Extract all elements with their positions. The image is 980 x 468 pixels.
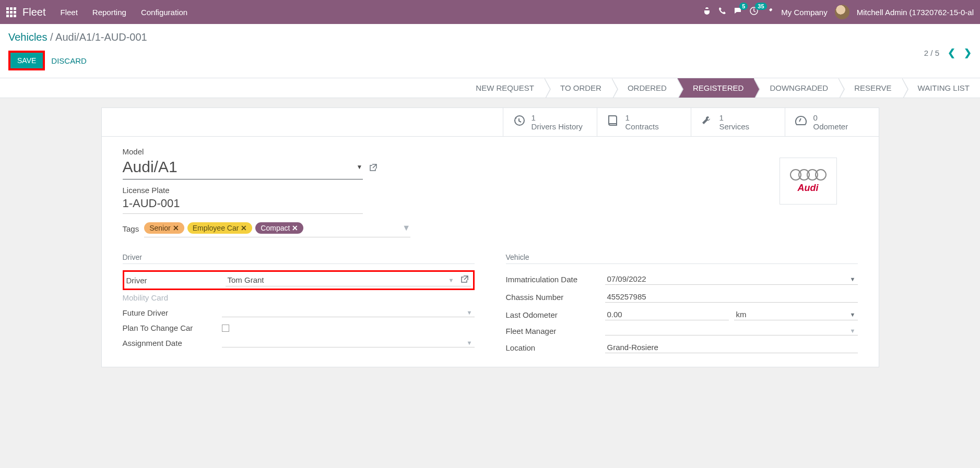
nav-configuration[interactable]: Configuration [141,8,187,17]
pager-text: 2 / 5 [924,49,939,57]
status-new-request[interactable]: NEW REQUEST [460,78,545,98]
imm-date-input[interactable]: 07/09/2022▼ [605,273,858,285]
pager-prev-icon[interactable]: ❮ [948,47,955,58]
top-header: Fleet Fleet Reporting Configuration 5 35… [0,0,980,24]
close-icon[interactable]: ✕ [173,224,179,232]
brand-title: Fleet [22,6,45,18]
chevron-down-icon: ▼ [402,223,410,233]
history-icon [513,114,525,130]
content-area: 1Drivers History 1Contracts 1Services 0O… [0,98,980,367]
close-icon[interactable]: ✕ [241,224,247,232]
tag-senior[interactable]: Senior ✕ [144,222,184,234]
form-card: 1Drivers History 1Contracts 1Services 0O… [101,107,879,367]
odometer-label: Last Odometer [506,310,605,319]
fleet-manager-label: Fleet Manager [506,327,605,335]
chevron-down-icon: ▼ [467,309,473,316]
activity-icon[interactable]: 35 [750,7,758,17]
user-name[interactable]: Mitchell Admin (17320762-15-0-al [857,8,974,17]
form-body: Audi Model Audi/A1 ▼ License Plate 1-AUD… [102,137,879,367]
nav-menu: Fleet Reporting Configuration [60,8,703,17]
status-registered[interactable]: REGISTERED [677,78,754,98]
apps-icon[interactable] [6,7,16,17]
breadcrumb: Vehicles / Audi/A1/1-AUD-001 [8,31,147,43]
external-link-icon[interactable] [369,163,377,174]
breadcrumb-root[interactable]: Vehicles [8,31,48,43]
tags-label: Tags [123,224,139,233]
tools-icon[interactable] [765,7,774,17]
status-reserve[interactable]: RESERVE [839,78,902,98]
stat-drivers-history[interactable]: 1Drivers History [503,108,597,136]
odometer-value-input[interactable]: 0.00 [605,309,729,320]
location-label: Location [506,343,605,352]
fleet-manager-input[interactable]: ▼ [605,327,858,335]
stat-odometer[interactable]: 0Odometer [785,108,879,136]
messages-icon[interactable]: 5 [734,7,742,17]
audi-rings-icon [790,169,826,181]
chevron-down-icon: ▼ [448,277,454,283]
section-title-driver: Driver [123,253,475,264]
model-label: Model [123,147,858,156]
messages-badge: 5 [739,3,748,10]
plate-label: License Plate [123,186,858,195]
imm-date-label: Immatriculation Date [506,275,605,284]
driver-input[interactable]: Tom Grant ▼ [226,274,471,286]
avatar[interactable] [835,5,849,19]
chevron-down-icon: ▼ [850,328,856,334]
chassis-input[interactable]: 455257985 [605,291,858,303]
close-icon[interactable]: ✕ [292,224,298,232]
future-driver-label: Future Driver [123,308,222,317]
assignment-date-input[interactable]: ▼ [222,339,475,347]
audi-text: Audi [798,183,819,194]
future-driver-input[interactable]: ▼ [222,308,475,317]
plan-change-checkbox[interactable] [222,325,229,332]
sub-header: Vehicles / Audi/A1/1-AUD-001 SAVE DISCAR… [0,24,980,78]
save-button[interactable]: SAVE [10,53,43,68]
bug-icon[interactable] [703,7,711,17]
company-name[interactable]: My Company [781,8,827,17]
model-input[interactable]: Audi/A1 ▼ [123,157,363,179]
nav-reporting[interactable]: Reporting [92,8,126,17]
chassis-label: Chassis Number [506,293,605,302]
stat-buttons: 1Drivers History 1Contracts 1Services 0O… [102,108,879,137]
chevron-down-icon: ▼ [850,311,856,318]
status-waiting-list[interactable]: WAITING LIST [902,78,980,98]
section-title-vehicle: Vehicle [506,253,858,264]
status-bar: NEW REQUEST TO ORDER ORDERED REGISTERED … [0,78,980,98]
wrench-icon [701,114,713,130]
odometer-unit-select[interactable]: km▼ [734,309,858,320]
chevron-down-icon: ▼ [850,276,856,282]
vehicle-section: Vehicle Immatriculation Date 07/09/2022▼… [506,253,858,356]
status-to-order[interactable]: TO ORDER [545,78,612,98]
stat-services[interactable]: 1Services [691,108,785,136]
plate-input[interactable]: 1-AUD-001 [123,196,363,214]
discard-button[interactable]: DISCARD [49,53,89,68]
plan-change-label: Plan To Change Car [123,323,222,332]
assignment-date-label: Assignment Date [123,339,222,347]
activity-badge: 35 [755,3,766,10]
location-input[interactable]: Grand-Rosiere [605,342,858,353]
status-ordered[interactable]: ORDERED [612,78,677,98]
tag-compact[interactable]: Compact ✕ [255,222,303,234]
mobility-label: Mobility Card [123,293,222,302]
driver-section: Driver Driver Tom Grant ▼ [123,253,475,356]
tags-input[interactable]: Senior ✕ Employee Car ✕ Compact ✕ ▼ [144,220,410,237]
stat-contracts[interactable]: 1Contracts [597,108,691,136]
nav-fleet[interactable]: Fleet [60,8,77,17]
chevron-down-icon: ▼ [467,340,473,346]
book-icon [607,114,619,130]
chevron-down-icon: ▼ [357,163,363,171]
external-link-icon[interactable] [461,275,469,285]
brand-logo: Audi [780,158,837,205]
pager-next-icon[interactable]: ❯ [964,47,972,58]
phone-icon[interactable] [718,7,727,17]
tag-employee-car[interactable]: Employee Car ✕ [187,222,253,234]
action-buttons: SAVE DISCARD [8,51,147,70]
gauge-icon [795,114,807,130]
status-downgraded[interactable]: DOWNGRADED [754,78,839,98]
header-right: 5 35 My Company Mitchell Admin (17320762… [703,5,974,19]
driver-label: Driver [126,276,226,285]
pager: 2 / 5 ❮ ❯ [924,47,972,58]
breadcrumb-current: Audi/A1/1-AUD-001 [55,31,147,43]
